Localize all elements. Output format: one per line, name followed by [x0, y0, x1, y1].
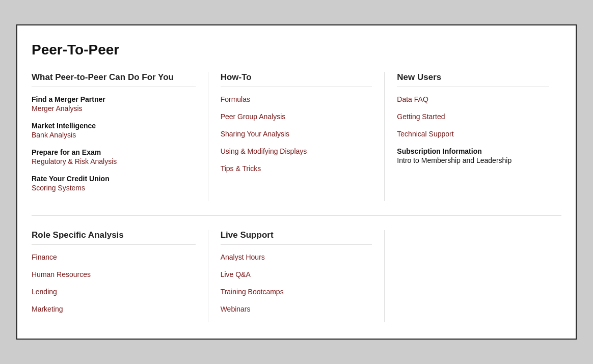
col-live-header: Live Support — [221, 230, 372, 245]
subscription-title: Subscription Information — [397, 147, 549, 155]
link-human-resources[interactable]: Human Resources — [32, 270, 196, 278]
link-technical-support[interactable]: Technical Support — [397, 130, 549, 138]
link-webinars[interactable]: Webinars — [221, 305, 372, 313]
link-merger-analysis[interactable]: Merger Analysis — [32, 104, 196, 113]
column-live-support: Live Support Analyst Hours Live Q&A Trai… — [208, 230, 385, 322]
item-merger-title: Find a Merger Partner — [32, 95, 196, 103]
page-title: Peer-To-Peer — [32, 42, 561, 58]
link-live-qa[interactable]: Live Q&A — [221, 270, 372, 278]
link-scoring-systems[interactable]: Scoring Systems — [32, 184, 196, 192]
col-role-header: Role Specific Analysis — [32, 230, 196, 245]
column-how-to: How-To Formulas Peer Group Analysis Shar… — [208, 72, 385, 201]
column-new-users: New Users Data FAQ Getting Started Techn… — [385, 72, 561, 201]
link-analyst-hours[interactable]: Analyst Hours — [221, 253, 372, 261]
column-what-p2p: What Peer-to-Peer Can Do For You Find a … — [32, 72, 208, 201]
link-tips-tricks[interactable]: Tips & Tricks — [221, 164, 372, 173]
link-finance[interactable]: Finance — [32, 253, 196, 261]
column-empty — [385, 230, 561, 322]
page-container: Peer-To-Peer What Peer-to-Peer Can Do Fo… — [16, 24, 577, 340]
link-marketing[interactable]: Marketing — [32, 305, 196, 313]
link-getting-started[interactable]: Getting Started — [397, 113, 549, 121]
link-peer-group[interactable]: Peer Group Analysis — [221, 113, 372, 121]
item-subscription: Subscription Information Intro to Member… — [397, 147, 549, 164]
link-lending[interactable]: Lending — [32, 288, 196, 296]
link-using-modifying[interactable]: Using & Modifying Displays — [221, 147, 372, 155]
top-section: What Peer-to-Peer Can Do For You Find a … — [32, 72, 561, 216]
subscription-sub: Intro to Membership and Leadership — [397, 156, 549, 164]
column-role-specific: Role Specific Analysis Finance Human Res… — [32, 230, 208, 322]
link-training-bootcamps[interactable]: Training Bootcamps — [221, 288, 372, 296]
col2-header: How-To — [221, 72, 372, 87]
link-formulas[interactable]: Formulas — [221, 95, 372, 103]
link-bank-analysis[interactable]: Bank Analysis — [32, 131, 196, 139]
item-merger: Find a Merger Partner Merger Analysis — [32, 95, 196, 113]
item-market-title: Market Intelligence — [32, 122, 196, 130]
link-data-faq[interactable]: Data FAQ — [397, 95, 549, 103]
item-rate: Rate Your Credit Union Scoring Systems — [32, 175, 196, 192]
item-exam: Prepare for an Exam Regulatory & Risk An… — [32, 148, 196, 165]
bottom-section: Role Specific Analysis Finance Human Res… — [32, 230, 561, 322]
item-exam-title: Prepare for an Exam — [32, 148, 196, 156]
link-regulatory-risk[interactable]: Regulatory & Risk Analysis — [32, 157, 196, 165]
col3-header: New Users — [397, 72, 549, 87]
item-market: Market Intelligence Bank Analysis — [32, 122, 196, 139]
col1-header: What Peer-to-Peer Can Do For You — [32, 72, 196, 87]
item-rate-title: Rate Your Credit Union — [32, 175, 196, 183]
link-sharing-analysis[interactable]: Sharing Your Analysis — [221, 130, 372, 138]
